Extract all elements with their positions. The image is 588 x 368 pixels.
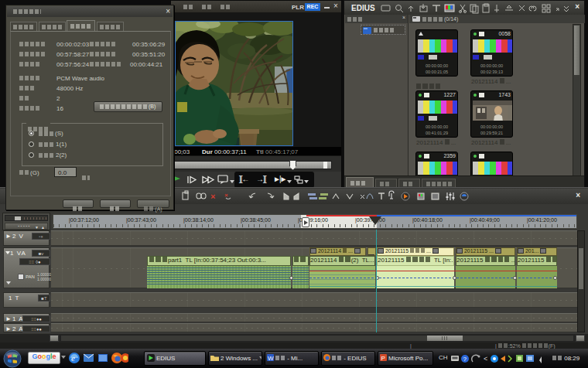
svg-text:×: × [210, 192, 215, 201]
svg-text:?: ? [463, 356, 467, 363]
svg-text:e: e [71, 353, 75, 363]
svg-text:P: P [381, 355, 385, 361]
svg-text:W: W [268, 355, 274, 361]
svg-text:×: × [224, 192, 228, 199]
svg-text:<: < [484, 355, 487, 363]
